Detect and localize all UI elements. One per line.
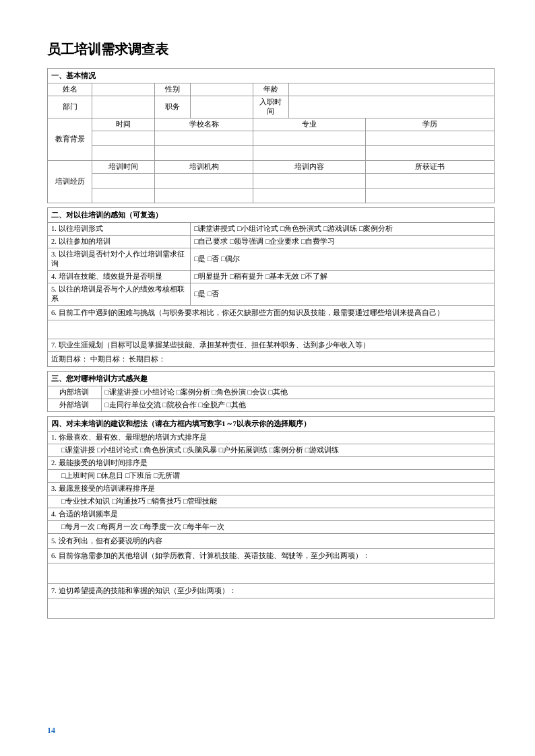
s2-q4-label: 4. 培训在技能、绩效提升是否明显 bbox=[48, 271, 191, 283]
dept-value bbox=[92, 96, 155, 118]
edu-major-2 bbox=[253, 146, 365, 161]
age-label: 年龄 bbox=[253, 83, 288, 96]
page-title: 员工培训需求调查表 bbox=[47, 40, 495, 59]
train-time-2 bbox=[92, 188, 155, 203]
s4-q6-label: 6. 目前你急需参加的其他培训（如学历教育、计算机技能、英语技能、驾驶等，至少列… bbox=[48, 549, 495, 563]
edu-school-2 bbox=[155, 146, 253, 161]
position-label: 职务 bbox=[155, 96, 191, 118]
s2-q7-label: 7. 职业生涯规划（目标可以是掌握某些技能、承担某种责任、担任某种职务、达到多少… bbox=[48, 339, 495, 352]
train-org-1 bbox=[155, 174, 253, 188]
s4-q3-options: □专业技术知识 □沟通技巧 □销售技巧 □管理技能 bbox=[48, 495, 495, 508]
train-org-2 bbox=[155, 188, 253, 203]
s4-q2-options: □上班时间 □休息日 □下班后 □无所谓 bbox=[48, 470, 495, 483]
train-time-1 bbox=[92, 174, 155, 188]
s3-table: 三、您对哪种培训方式感兴趣 内部培训 □课堂讲授 □小组讨论 □案例分析 □角色… bbox=[47, 371, 495, 412]
s4-q4-options: □每月一次 □每两月一次 □每季度一次 □每半年一次 bbox=[48, 521, 495, 534]
position-value bbox=[191, 96, 253, 118]
s2-q1-options: □课堂讲授式 □小组讨论式 □角色扮演式 □游戏训练 □案例分析 bbox=[191, 223, 495, 236]
s2-q6-content bbox=[48, 320, 495, 339]
edu-degree-2 bbox=[366, 146, 495, 161]
s2-q3-options: □是 □否 □偶尔 bbox=[191, 248, 495, 271]
train-content-2 bbox=[253, 188, 365, 203]
s2-header: 二、对以往培训的感知（可复选） bbox=[48, 208, 495, 223]
s4-q7-content bbox=[48, 598, 495, 619]
s3-external-label: 外部培训 bbox=[48, 399, 102, 412]
s2-q1-label: 1. 以往培训形式 bbox=[48, 223, 191, 236]
edu-major-1 bbox=[253, 131, 365, 146]
s4-q5-label: 5. 没有列出，但有必要说明的内容 bbox=[48, 534, 495, 549]
train-cert-1 bbox=[366, 174, 495, 188]
edu-time-1 bbox=[92, 131, 155, 146]
entry-time-label: 入职时间 bbox=[253, 96, 288, 118]
s4-q4-label: 4. 合适的培训频率是 bbox=[48, 508, 495, 521]
s2-q3-label: 3. 以往培训是否针对个人作过培训需求征询 bbox=[48, 248, 191, 271]
edu-school-1 bbox=[155, 131, 253, 146]
train-content-1 bbox=[253, 174, 365, 188]
page: 员工培训需求调查表 一、基本情况 姓名 性别 年龄 部门 职务 入职时间 教育背… bbox=[0, 0, 535, 756]
major-label: 专业 bbox=[253, 118, 365, 131]
s3-internal-options: □课堂讲授 □小组讨论 □案例分析 □角色扮演 □会议 □其他 bbox=[101, 386, 494, 399]
s4-q1-options: □课堂讲授 □小组讨论式 □角色扮演式 □头脑风暴 □户外拓展训练 □案例分析 … bbox=[48, 444, 495, 457]
age-value bbox=[288, 83, 494, 96]
page-number: 14 bbox=[47, 726, 55, 736]
gender-value bbox=[191, 83, 253, 96]
s2-q5-label: 5. 以往的培训是否与个人的绩效考核相联系 bbox=[48, 283, 191, 306]
school-label: 学校名称 bbox=[155, 118, 253, 131]
s4-q6-content bbox=[48, 563, 495, 584]
s2-q2-label: 2. 以往参加的培训 bbox=[48, 236, 191, 248]
s1-header: 一、基本情况 bbox=[48, 69, 495, 83]
s4-q7-label: 7. 迫切希望提高的技能和掌握的知识（至少列出两项）： bbox=[48, 584, 495, 598]
s2-table: 二、对以往培训的感知（可复选） 1. 以往培训形式 □课堂讲授式 □小组讨论式 … bbox=[47, 207, 495, 367]
training-content-label: 培训内容 bbox=[253, 161, 365, 174]
edu-time-2 bbox=[92, 146, 155, 161]
education-label: 教育背景 bbox=[48, 118, 92, 161]
time-label: 时间 bbox=[92, 118, 155, 131]
name-value bbox=[92, 83, 155, 96]
training-exp-label: 培训经历 bbox=[48, 161, 92, 203]
entry-time-value bbox=[288, 96, 494, 118]
s4-q1-label: 1. 你最喜欢、最有效、最理想的培训方式排序是 bbox=[48, 432, 495, 444]
edu-degree-1 bbox=[366, 131, 495, 146]
s3-internal-label: 内部培训 bbox=[48, 386, 102, 399]
s3-header: 三、您对哪种培训方式感兴趣 bbox=[48, 372, 495, 386]
s2-q4-options: □明显提升 □稍有提升 □基本无效 □不了解 bbox=[191, 271, 495, 283]
s4-header: 四、对未来培训的建议和想法（请在方框内填写数字1～7以表示你的选择顺序） bbox=[48, 417, 495, 432]
s2-q5-options: □是 □否 bbox=[191, 283, 495, 306]
training-time-label: 培训时间 bbox=[92, 161, 155, 174]
degree-label: 学历 bbox=[366, 118, 495, 131]
basic-info-table: 一、基本情况 姓名 性别 年龄 部门 职务 入职时间 教育背景 时间 学校名称 … bbox=[47, 68, 495, 203]
s2-q7-sub: 近期目标： 中期目标： 长期目标： bbox=[48, 352, 495, 367]
dept-label: 部门 bbox=[48, 96, 92, 118]
name-label: 姓名 bbox=[48, 83, 92, 96]
s2-q6-label: 6. 目前工作中遇到的困难与挑战（与职务要求相比，你还欠缺那些方面的知识及技能，… bbox=[48, 306, 495, 320]
s3-external-options: □走同行单位交流 □院校合作 □全脱产 □其他 bbox=[101, 399, 494, 412]
gender-label: 性别 bbox=[155, 83, 191, 96]
s4-q3-label: 3. 最愿意接受的培训课程排序是 bbox=[48, 483, 495, 495]
s4-table: 四、对未来培训的建议和想法（请在方框内填写数字1～7以表示你的选择顺序） 1. … bbox=[47, 416, 495, 619]
s4-q2-label: 2. 最能接受的培训时间排序是 bbox=[48, 457, 495, 470]
s2-q2-options: □自己要求 □领导强调 □企业要求 □自费学习 bbox=[191, 236, 495, 248]
training-org-label: 培训机构 bbox=[155, 161, 253, 174]
cert-label: 所获证书 bbox=[366, 161, 495, 174]
train-cert-2 bbox=[366, 188, 495, 203]
